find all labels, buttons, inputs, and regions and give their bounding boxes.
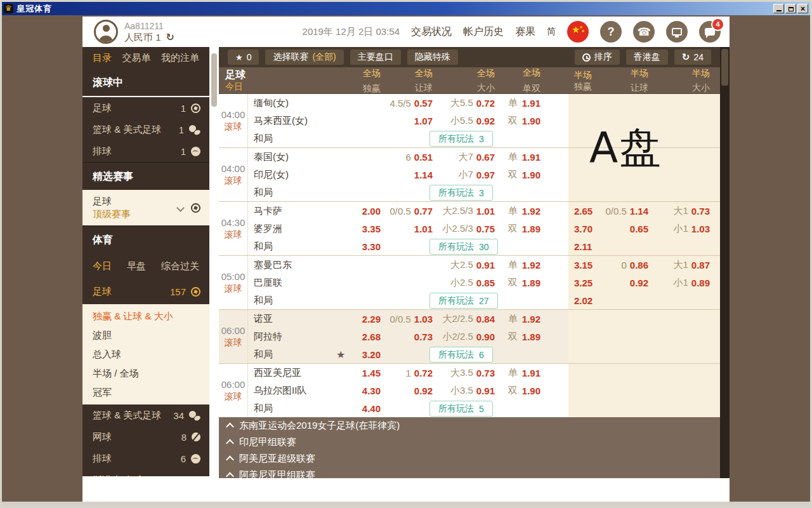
close-button[interactable]: ×	[797, 4, 808, 13]
odds-cell[interactable]: 大2/2.50.84	[433, 310, 495, 328]
odds-cell[interactable]: 1.01	[381, 220, 433, 237]
odds-cell-win[interactable]: 3.30	[336, 237, 381, 255]
nav-trade-status[interactable]: 交易状况	[411, 25, 452, 39]
odds-cell[interactable]: 0/0.51.14	[596, 202, 648, 220]
chat-button[interactable]: 4	[699, 21, 721, 43]
odds-cell[interactable]: 单1.92	[495, 256, 540, 274]
odds-cell-win[interactable]: 1.45	[336, 364, 381, 382]
china-flag-icon[interactable]: ★ ★ ★	[567, 21, 589, 43]
all-plays-button[interactable]: 所有玩法27	[429, 293, 498, 309]
featured-soccer-item[interactable]: 足球 顶级赛事	[82, 190, 209, 225]
minimize-button[interactable]	[773, 4, 784, 13]
window-titlebar[interactable]: ♛ 皇冠体育 ×	[2, 2, 810, 15]
odds-cell-win[interactable]: 4.30	[336, 382, 381, 399]
odds-cell[interactable]: 小2.50.85	[433, 274, 495, 291]
odds-cell[interactable]: 1.07	[381, 112, 433, 130]
period-tab[interactable]: 早盘	[127, 260, 146, 272]
main-scrollbar-thumb[interactable]	[721, 49, 728, 86]
odds-cell[interactable]: 0/0.51.03	[381, 310, 433, 328]
odds-cell-half-win[interactable]: 3.70	[568, 220, 596, 237]
maximize-button[interactable]	[785, 4, 796, 13]
odds-cell[interactable]: 小5.50.92	[433, 112, 495, 130]
odds-cell[interactable]: 60.51	[381, 148, 433, 166]
odds-cell[interactable]: 双1.89	[495, 274, 540, 291]
bet-type-item[interactable]: 半场 / 全场	[82, 364, 209, 383]
sidebar-item-sport[interactable]: 篮球 & 美式足球34	[82, 404, 209, 426]
odds-cell[interactable]: 双1.90	[495, 166, 540, 184]
odds-cell[interactable]: 大3.50.73	[433, 364, 495, 382]
main-markets-button[interactable]: 主要盘口	[350, 50, 401, 65]
sidebar-tab[interactable]: 我的注单	[161, 52, 199, 64]
sidebar-item-live[interactable]: 篮球 & 美式足球1	[82, 119, 209, 140]
all-plays-button[interactable]: 所有玩法3	[429, 131, 493, 147]
odds-cell[interactable]: 4.5/50.57	[381, 94, 433, 112]
odds-cell[interactable]: 单1.92	[495, 310, 540, 328]
nav-results[interactable]: 赛果	[515, 25, 535, 39]
odds-cell[interactable]: 小10.89	[648, 274, 715, 291]
sidebar-tab[interactable]: 目录	[93, 52, 112, 64]
odds-cell[interactable]: 0.92	[381, 382, 433, 399]
favorite-star-icon[interactable]: ★	[336, 349, 345, 361]
avatar[interactable]	[94, 20, 118, 44]
odds-cell[interactable]: 0.92	[596, 274, 648, 291]
select-league-button[interactable]: 选择联赛 (全部)	[265, 50, 343, 65]
phone-button[interactable]: ☎	[633, 21, 655, 43]
live-monitor-button[interactable]	[666, 21, 688, 43]
odds-cell[interactable]: 双1.89	[495, 328, 540, 345]
odds-cell[interactable]: 00.86	[596, 256, 648, 274]
odds-cell-win[interactable]: ★3.20	[336, 345, 381, 363]
odds-cell[interactable]: 小11.03	[648, 220, 715, 237]
sidebar-scrollbar-thumb[interactable]	[211, 53, 217, 107]
all-plays-button[interactable]: 所有玩法6	[429, 347, 493, 363]
odds-cell[interactable]: 0/0.50.77	[381, 202, 433, 220]
balance-refresh-icon[interactable]: ↻	[166, 32, 174, 43]
period-tab[interactable]: 今日	[93, 260, 112, 272]
odds-cell-half-win[interactable]: 3.15	[568, 256, 596, 274]
hide-special-button[interactable]: 隐藏特殊	[407, 50, 458, 65]
odds-cell-win[interactable]: 4.40	[336, 399, 381, 417]
sidebar-tab[interactable]: 交易单	[122, 52, 151, 64]
language-toggle[interactable]: 简	[547, 26, 556, 37]
nav-account-history[interactable]: 帐户历史	[463, 25, 504, 39]
sort-button[interactable]: 排序	[575, 50, 620, 65]
bet-type-item[interactable]: 冠军	[82, 383, 209, 402]
odds-cell[interactable]: 单1.91	[495, 148, 540, 166]
sidebar-item-sport[interactable]: 排球6	[82, 448, 209, 469]
odds-cell-half-win[interactable]: 2.65	[568, 202, 596, 220]
odds-cell-win[interactable]: 2.68	[336, 328, 381, 345]
league-header[interactable]: 印尼甲组联赛	[219, 434, 720, 450]
all-plays-button[interactable]: 所有玩法3	[429, 185, 493, 201]
odds-cell[interactable]: 小2.5/30.75	[433, 220, 495, 237]
odds-cell-win[interactable]: 2.00	[336, 202, 381, 220]
odds-cell[interactable]: 单1.92	[495, 202, 540, 220]
refresh-button[interactable]: ↻ 24	[674, 50, 711, 65]
odds-cell[interactable]: 双1.90	[495, 382, 540, 399]
bet-type-item[interactable]: 波胆	[82, 326, 209, 345]
help-button[interactable]: ?	[600, 21, 622, 43]
sidebar-item-live[interactable]: 足球1	[82, 97, 209, 119]
league-header[interactable]: 阿美尼亚超级联赛	[219, 450, 720, 467]
odds-cell[interactable]: 双1.89	[495, 220, 540, 237]
odds-cell-win[interactable]: 3.35	[336, 220, 381, 237]
odds-cell-half-win[interactable]: 3.25	[568, 274, 596, 291]
odds-cell[interactable]: 大2.5/31.01	[433, 202, 495, 220]
period-tab[interactable]: 综合过关	[161, 260, 199, 272]
odds-cell[interactable]: 0.73	[381, 328, 433, 345]
league-header[interactable]: 阿美尼亚甲组联赛	[219, 467, 720, 478]
odds-cell-half-win[interactable]: 2.02	[568, 291, 596, 309]
odds-cell[interactable]: 小70.97	[433, 166, 495, 184]
odds-cell[interactable]: 小3.50.91	[433, 382, 495, 399]
odds-cell-win[interactable]: 2.29	[336, 310, 381, 328]
sidebar-item-live[interactable]: 排球1	[82, 140, 209, 162]
odds-cell[interactable]: 大10.87	[648, 256, 715, 274]
sidebar-item-sport[interactable]: 斯诺克/台球11	[82, 469, 209, 476]
all-plays-button[interactable]: 所有玩法30	[429, 239, 498, 255]
main-scrollbar[interactable]	[720, 47, 730, 478]
odds-cell[interactable]: 单1.91	[495, 364, 540, 382]
odds-cell[interactable]: 大70.67	[433, 148, 495, 166]
sidebar-item-soccer[interactable]: 足球 157	[82, 279, 209, 304]
odds-cell[interactable]: 大10.73	[648, 202, 715, 220]
odds-cell-half-win[interactable]: 2.11	[568, 237, 596, 255]
odds-cell[interactable]: 0.65	[596, 220, 648, 237]
odds-cell[interactable]: 大2.50.91	[433, 256, 495, 274]
